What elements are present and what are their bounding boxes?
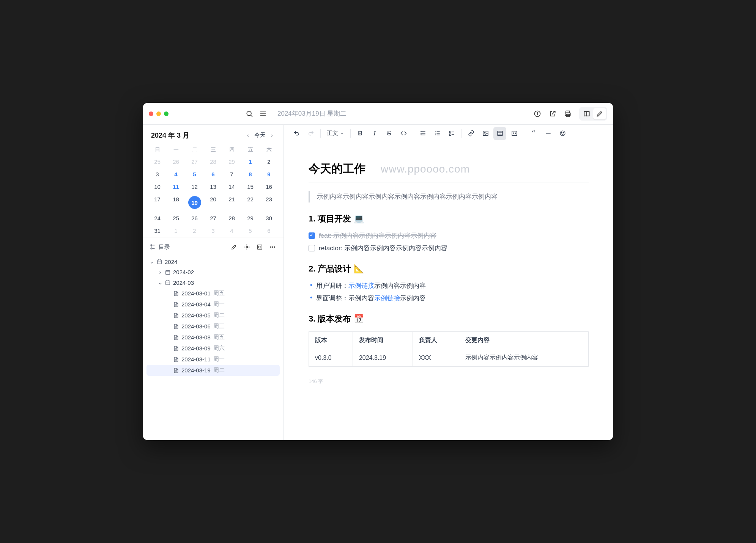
calendar-day[interactable]: 11 [167, 180, 185, 193]
minimize-window-button[interactable] [156, 111, 161, 116]
calendar-day[interactable]: 5 [185, 168, 204, 180]
calendar-day[interactable]: 6 [260, 224, 278, 237]
calendar-day[interactable]: 15 [241, 180, 260, 193]
editor-content[interactable]: 今天的工作 www.ppoooo.com 示例内容示例内容示例内容示例内容示例内… [284, 142, 613, 440]
calendar-day[interactable]: 4 [167, 168, 185, 180]
calendar-day[interactable]: 25 [167, 212, 185, 224]
tree-file-item[interactable]: 2024-03-11周一 [146, 354, 280, 365]
content-link[interactable]: 示例链接 [348, 282, 374, 289]
search-icon[interactable] [243, 107, 256, 121]
calendar-day[interactable]: 26 [167, 155, 185, 168]
paragraph-style-select[interactable]: 正文 [324, 130, 347, 137]
tree-file-item[interactable]: 2024-03-09周六 [146, 343, 280, 354]
unordered-list-button[interactable] [416, 127, 429, 140]
file-icon [173, 312, 180, 319]
tree-folder-item[interactable]: ⌄2024 [146, 256, 280, 267]
chevron-right-icon[interactable]: › [157, 269, 163, 275]
calendar-day[interactable]: 20 [204, 193, 222, 212]
tree-file-item[interactable]: 2024-03-08周五 [146, 332, 280, 343]
tree-folder-item[interactable]: ›2024-02 [146, 267, 280, 277]
calendar-day[interactable]: 18 [167, 193, 185, 212]
link-button[interactable] [465, 127, 477, 140]
calendar-day[interactable]: 12 [185, 180, 204, 193]
calendar-day[interactable]: 6 [204, 168, 222, 180]
share-icon[interactable] [546, 107, 559, 121]
info-icon[interactable] [531, 107, 544, 121]
tree-file-item[interactable]: 2024-03-01周五 [146, 288, 280, 299]
strikethrough-button[interactable]: S [383, 127, 395, 140]
calendar-day[interactable]: 16 [260, 180, 278, 193]
calendar-day[interactable]: 8 [241, 168, 260, 180]
checkbox-icon[interactable] [309, 232, 315, 239]
content-link[interactable]: 示例链接 [374, 295, 400, 302]
bullet-item: 用户调研：示例链接示例内容示例内容 [309, 281, 589, 290]
prev-month-button[interactable]: ‹ [245, 130, 251, 140]
quote-button[interactable]: “ [527, 127, 540, 140]
emoji-button[interactable] [556, 127, 569, 140]
svg-point-13 [246, 246, 247, 248]
calendar-day[interactable]: 5 [241, 224, 260, 237]
calendar-day[interactable]: 26 [185, 212, 204, 224]
calendar-day[interactable]: 1 [241, 155, 260, 168]
code-button[interactable] [397, 127, 410, 140]
more-icon[interactable] [267, 241, 278, 253]
calendar-day[interactable]: 2 [185, 224, 204, 237]
calendar-day[interactable]: 30 [260, 212, 278, 224]
calendar-day[interactable]: 21 [222, 193, 241, 212]
calendar-day[interactable]: 3 [204, 224, 222, 237]
calendar-day[interactable]: 29 [241, 212, 260, 224]
table-button[interactable] [493, 127, 506, 140]
calendar-day[interactable]: 29 [222, 155, 241, 168]
calendar-day[interactable]: 3 [148, 168, 167, 180]
locate-icon[interactable] [241, 241, 252, 253]
calendar-day[interactable]: 31 [148, 224, 167, 237]
undo-button[interactable] [290, 127, 303, 140]
calendar-day[interactable]: 10 [148, 180, 167, 193]
calendar-day[interactable]: 25 [148, 155, 167, 168]
calendar-day[interactable]: 27 [185, 155, 204, 168]
menu-icon[interactable] [256, 107, 270, 121]
calendar-day[interactable]: 28 [204, 155, 222, 168]
calendar-day[interactable]: 13 [204, 180, 222, 193]
edit-mode-button[interactable] [593, 108, 606, 119]
maximize-window-button[interactable] [164, 111, 169, 116]
tree-file-item[interactable]: 2024-03-06周三 [146, 321, 280, 332]
tree-file-item[interactable]: 2024-03-19周二 [146, 365, 280, 376]
task-list-button[interactable] [445, 127, 458, 140]
calendar-day[interactable]: 22 [241, 193, 260, 212]
calendar-day[interactable]: 9 [260, 168, 278, 180]
collapse-icon[interactable] [254, 241, 265, 253]
checkbox-icon[interactable] [309, 245, 315, 251]
tree-folder-item[interactable]: ⌄2024-03 [146, 277, 280, 288]
calendar-day[interactable]: 28 [222, 212, 241, 224]
redo-button[interactable] [304, 127, 317, 140]
italic-button[interactable]: I [368, 127, 381, 140]
calendar-day[interactable]: 19 [185, 193, 204, 212]
horizontal-rule-button[interactable] [542, 127, 554, 140]
next-month-button[interactable]: › [269, 130, 275, 140]
chevron-down-icon[interactable]: ⌄ [157, 279, 163, 286]
calendar-day[interactable]: 4 [222, 224, 241, 237]
calendar-day[interactable]: 2 [260, 155, 278, 168]
bold-button[interactable]: B [354, 127, 367, 140]
tree-file-item[interactable]: 2024-03-05周二 [146, 310, 280, 321]
image-button[interactable] [479, 127, 492, 140]
table-block[interactable]: 版本 发布时间 负责人 变更内容 v0.3.02024.3.19XXX示例内容示… [309, 331, 589, 367]
calendar-day[interactable]: 24 [148, 212, 167, 224]
calendar-day[interactable]: 17 [148, 193, 167, 212]
calendar-day[interactable]: 1 [167, 224, 185, 237]
table-header: 负责人 [413, 332, 459, 349]
edit-outline-icon[interactable] [228, 241, 239, 253]
read-mode-button[interactable] [580, 108, 593, 119]
chevron-down-icon[interactable]: ⌄ [149, 258, 155, 265]
today-button[interactable]: 今天 [252, 130, 268, 140]
calendar-day[interactable]: 27 [204, 212, 222, 224]
calendar-day[interactable]: 14 [222, 180, 241, 193]
calendar-day[interactable]: 23 [260, 193, 278, 212]
calendar-day[interactable]: 7 [222, 168, 241, 180]
print-icon[interactable] [561, 107, 575, 121]
tree-file-item[interactable]: 2024-03-04周一 [146, 299, 280, 310]
ordered-list-button[interactable]: 123 [431, 127, 444, 140]
code-block-button[interactable] [508, 127, 521, 140]
close-window-button[interactable] [149, 111, 153, 116]
